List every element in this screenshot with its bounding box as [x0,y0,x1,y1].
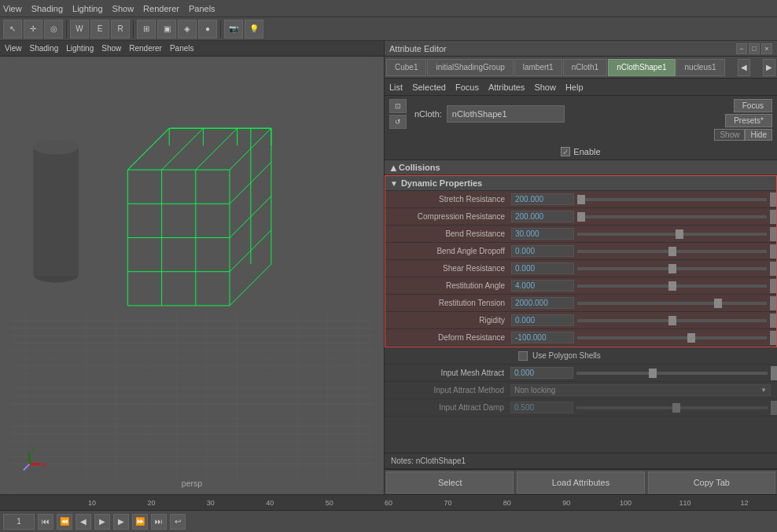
step-back-btn[interactable]: ⏪ [57,514,72,530]
slider-end-bend[interactable] [770,227,776,241]
next-frame-btn[interactable]: ▶ [113,514,129,530]
use-polygon-shells-checkbox[interactable] [518,351,528,361]
attr-menu-attributes[interactable]: Attributes [488,83,525,92]
viewport-canvas[interactable]: X Y persp [0,57,384,494]
tab-initialshading[interactable]: initialShadingGroup [427,59,513,76]
ncloth-icon-2[interactable]: ↺ [389,115,407,129]
value-restitution-tension[interactable] [511,297,574,309]
slider-end-shear[interactable] [770,262,776,276]
tool-rotate[interactable]: E [90,20,109,39]
tool-smooth[interactable]: ● [198,20,217,39]
value-stretch-resistance[interactable] [511,193,574,205]
tool-lasso[interactable]: ◎ [44,20,63,39]
slider-end-deform[interactable] [770,331,776,345]
collisions-section-header[interactable]: ▶ Collisions [385,160,777,175]
value-bend-resistance[interactable] [511,228,574,240]
vp-menu-renderer[interactable]: Renderer [129,44,162,53]
tab-lambert1[interactable]: lambert1 [514,59,562,76]
slider-stretch-resistance[interactable] [577,198,767,201]
tool-camera[interactable]: 📷 [224,20,243,39]
tool-transform[interactable]: W [70,20,89,39]
menu-shading[interactable]: Shading [31,4,63,13]
slider-restitution-tension[interactable] [577,302,767,305]
slider-shear[interactable] [577,267,767,270]
slider-restitution-angle[interactable] [577,284,767,288]
tab-scroll-left[interactable]: ◀ [738,59,750,76]
prev-frame-btn[interactable]: ◀ [75,514,91,530]
slider-end-bend-angle[interactable] [770,244,776,259]
show-btn[interactable]: Show [714,129,745,141]
menu-lighting[interactable]: Lighting [72,4,103,13]
tool-light[interactable]: 💡 [245,20,263,39]
tab-ncloth1[interactable]: nCloth1 [563,59,607,76]
slider-bend-resistance[interactable] [577,233,767,236]
ncloth-icon-1[interactable]: ⊡ [389,99,407,113]
value-bend-angle-dropoff[interactable] [511,245,574,257]
rewind-start-btn[interactable]: ⏮ [38,514,53,530]
value-input-attract-damp[interactable] [510,402,573,413]
tool-snap[interactable]: ▣ [157,20,176,39]
tab-cube1[interactable]: Cube1 [386,59,426,76]
slider-end-restitution-tension[interactable] [770,296,776,310]
tool-scale[interactable]: R [111,20,130,39]
slider-end-compression[interactable] [770,210,776,224]
attr-menu-help[interactable]: Help [565,83,584,92]
vp-menu-lighting[interactable]: Lighting [66,44,94,53]
tab-scroll-right[interactable]: ▶ [763,59,775,76]
value-input-mesh-attract[interactable] [510,367,573,379]
frame-input[interactable] [3,514,35,530]
dynamic-section-header[interactable]: ▼ Dynamic Properties [385,176,776,191]
tool-select[interactable]: ↖ [3,20,22,39]
timeline[interactable]: 10 20 30 40 50 60 70 80 90 100 110 12 [0,494,777,510]
tool-wire[interactable]: ◈ [178,20,197,39]
load-attributes-button[interactable]: Load Attributes [517,471,644,493]
copy-tab-button[interactable]: Copy Tab [648,471,775,493]
hide-btn[interactable]: Hide [745,129,772,141]
slider-end-input-mesh[interactable] [771,366,777,380]
slider-input-mesh-attract[interactable] [576,372,768,375]
forward-end-btn[interactable]: ⏭ [151,514,167,530]
menu-renderer[interactable]: Renderer [143,4,179,13]
step-forward-btn[interactable]: ⏩ [132,514,148,530]
loop-btn[interactable]: ↩ [170,514,186,530]
ncloth-name-input[interactable] [447,105,565,123]
value-compression-resistance[interactable] [511,211,574,222]
enable-checkbox[interactable]: ✓ [561,147,570,156]
attr-menu-list[interactable]: List [389,83,403,92]
select-button[interactable]: Select [386,471,514,493]
attr-menu-show[interactable]: Show [534,83,556,92]
viewport[interactable]: View Shading Lighting Show Renderer Pane… [0,41,384,494]
presets-button[interactable]: Presets* [725,114,772,127]
attr-menu-focus[interactable]: Focus [455,83,479,92]
close-btn[interactable]: × [761,43,772,54]
play-btn[interactable]: ▶ [94,514,110,530]
vp-menu-panels[interactable]: Panels [170,44,194,53]
maximize-btn[interactable]: □ [749,43,760,54]
menu-show[interactable]: Show [112,4,134,13]
focus-button[interactable]: Focus [734,99,772,112]
slider-end-rigidity[interactable] [770,314,776,328]
slider-end-restitution-angle[interactable] [770,279,776,293]
slider-compression-resistance[interactable] [577,215,767,218]
value-restitution-angle[interactable] [511,280,574,292]
vp-menu-shading[interactable]: Shading [30,44,59,53]
slider-end-stretch[interactable] [770,193,776,207]
tab-nclothshape1[interactable]: nClothShape1 [608,59,675,76]
slider-rigidity[interactable] [577,319,767,322]
vp-menu-show[interactable]: Show [101,44,121,53]
slider-deform-resistance[interactable] [577,336,767,339]
attr-content[interactable]: ✓ Enable ▶ Collisions ▼ Dynamic Properti… [385,144,777,453]
tool-move[interactable]: ✛ [24,20,42,39]
minimize-btn[interactable]: − [736,43,747,54]
menu-panels[interactable]: Panels [189,4,215,13]
tab-nucleus1[interactable]: nucleus1 [676,59,725,76]
value-shear-resistance[interactable] [511,262,574,274]
value-rigidity[interactable] [511,314,574,326]
value-deform-resistance[interactable] [511,332,574,343]
vp-menu-view[interactable]: View [5,44,22,53]
tool-grid[interactable]: ⊞ [137,20,156,39]
dropdown-input-attract-method[interactable]: Non locking ▼ [510,384,771,396]
slider-bend-angle[interactable] [577,250,767,253]
attr-menu-selected[interactable]: Selected [412,83,446,92]
menu-view[interactable]: View [3,4,22,13]
